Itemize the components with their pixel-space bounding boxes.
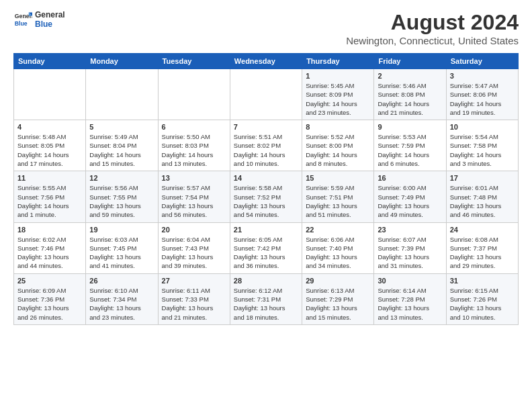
day-number: 3 [450, 72, 515, 80]
col-sunday: Sunday [14, 54, 86, 69]
day-cell-2-4: 15Sunrise: 5:59 AM Sunset: 7:51 PM Dayli… [302, 171, 374, 222]
day-cell-1-6: 10Sunrise: 5:54 AM Sunset: 7:58 PM Dayli… [446, 120, 518, 171]
col-friday: Friday [374, 54, 446, 69]
day-info: Sunrise: 5:51 AM Sunset: 8:02 PM Dayligh… [234, 132, 298, 168]
day-number: 14 [234, 174, 298, 182]
calendar-body: 1Sunrise: 5:45 AM Sunset: 8:09 PM Daylig… [14, 69, 519, 325]
svg-text:Blue: Blue [15, 20, 28, 27]
day-cell-2-2: 13Sunrise: 5:57 AM Sunset: 7:54 PM Dayli… [158, 171, 230, 222]
col-monday: Monday [86, 54, 158, 69]
day-info: Sunrise: 6:04 AM Sunset: 7:43 PM Dayligh… [162, 235, 226, 271]
day-info: Sunrise: 5:50 AM Sunset: 8:03 PM Dayligh… [162, 132, 226, 168]
day-number: 9 [378, 123, 442, 131]
day-cell-3-4: 22Sunrise: 6:06 AM Sunset: 7:40 PM Dayli… [302, 222, 374, 273]
day-cell-1-5: 9Sunrise: 5:53 AM Sunset: 7:59 PM Daylig… [374, 120, 446, 171]
day-cell-0-6: 3Sunrise: 5:47 AM Sunset: 8:06 PM Daylig… [446, 69, 518, 120]
day-cell-4-4: 29Sunrise: 6:13 AM Sunset: 7:29 PM Dayli… [302, 273, 374, 324]
day-cell-2-0: 11Sunrise: 5:55 AM Sunset: 7:56 PM Dayli… [14, 171, 86, 222]
day-cell-4-2: 27Sunrise: 6:11 AM Sunset: 7:33 PM Dayli… [158, 273, 230, 324]
day-info: Sunrise: 6:05 AM Sunset: 7:42 PM Dayligh… [234, 235, 298, 271]
day-cell-1-3: 7Sunrise: 5:51 AM Sunset: 8:02 PM Daylig… [230, 120, 302, 171]
day-info: Sunrise: 6:09 AM Sunset: 7:36 PM Dayligh… [17, 286, 82, 322]
day-number: 16 [378, 174, 442, 182]
week-row-2: 4Sunrise: 5:48 AM Sunset: 8:05 PM Daylig… [14, 120, 519, 171]
page: General Blue General Blue August 2024 Ne… [0, 0, 532, 411]
day-info: Sunrise: 6:11 AM Sunset: 7:33 PM Dayligh… [162, 286, 226, 322]
week-row-3: 11Sunrise: 5:55 AM Sunset: 7:56 PM Dayli… [14, 171, 519, 222]
day-info: Sunrise: 5:54 AM Sunset: 7:58 PM Dayligh… [450, 132, 515, 168]
week-row-5: 25Sunrise: 6:09 AM Sunset: 7:36 PM Dayli… [14, 273, 519, 324]
day-info: Sunrise: 5:56 AM Sunset: 7:55 PM Dayligh… [89, 183, 154, 219]
day-number: 24 [450, 226, 515, 234]
day-cell-4-1: 26Sunrise: 6:10 AM Sunset: 7:34 PM Dayli… [86, 273, 158, 324]
col-saturday: Saturday [446, 54, 518, 69]
day-number: 18 [17, 226, 82, 234]
day-number: 15 [306, 174, 370, 182]
day-cell-3-1: 19Sunrise: 6:03 AM Sunset: 7:45 PM Dayli… [86, 222, 158, 273]
day-cell-4-3: 28Sunrise: 6:12 AM Sunset: 7:31 PM Dayli… [230, 273, 302, 324]
col-wednesday: Wednesday [230, 54, 302, 69]
day-cell-3-6: 24Sunrise: 6:08 AM Sunset: 7:37 PM Dayli… [446, 222, 518, 273]
day-info: Sunrise: 5:57 AM Sunset: 7:54 PM Dayligh… [162, 183, 226, 219]
subtitle: Newington, Connecticut, United States [346, 35, 519, 46]
day-info: Sunrise: 6:00 AM Sunset: 7:49 PM Dayligh… [378, 183, 442, 219]
day-info: Sunrise: 6:10 AM Sunset: 7:34 PM Dayligh… [89, 286, 154, 322]
day-cell-3-0: 18Sunrise: 6:02 AM Sunset: 7:46 PM Dayli… [14, 222, 86, 273]
title-block: August 2024 Newington, Connecticut, Unit… [346, 10, 519, 46]
day-cell-2-5: 16Sunrise: 6:00 AM Sunset: 7:49 PM Dayli… [374, 171, 446, 222]
day-number: 22 [306, 226, 370, 234]
day-cell-0-5: 2Sunrise: 5:46 AM Sunset: 8:08 PM Daylig… [374, 69, 446, 120]
day-number: 17 [450, 174, 515, 182]
day-number: 7 [234, 123, 298, 131]
week-row-4: 18Sunrise: 6:02 AM Sunset: 7:46 PM Dayli… [14, 222, 519, 273]
day-info: Sunrise: 5:47 AM Sunset: 8:06 PM Dayligh… [450, 81, 515, 117]
day-info: Sunrise: 6:12 AM Sunset: 7:31 PM Dayligh… [234, 286, 298, 322]
day-cell-2-1: 12Sunrise: 5:56 AM Sunset: 7:55 PM Dayli… [86, 171, 158, 222]
day-number: 4 [17, 123, 82, 131]
day-cell-1-4: 8Sunrise: 5:52 AM Sunset: 8:00 PM Daylig… [302, 120, 374, 171]
day-cell-4-6: 31Sunrise: 6:15 AM Sunset: 7:26 PM Dayli… [446, 273, 518, 324]
day-info: Sunrise: 5:45 AM Sunset: 8:09 PM Dayligh… [306, 81, 370, 117]
day-cell-2-6: 17Sunrise: 6:01 AM Sunset: 7:48 PM Dayli… [446, 171, 518, 222]
day-number: 8 [306, 123, 370, 131]
day-number: 11 [17, 174, 82, 182]
day-number: 23 [378, 226, 442, 234]
day-info: Sunrise: 5:48 AM Sunset: 8:05 PM Dayligh… [17, 132, 82, 168]
day-cell-3-5: 23Sunrise: 6:07 AM Sunset: 7:39 PM Dayli… [374, 222, 446, 273]
header-row: Sunday Monday Tuesday Wednesday Thursday… [14, 54, 519, 69]
day-cell-0-1 [86, 69, 158, 120]
day-number: 21 [234, 226, 298, 234]
day-info: Sunrise: 6:14 AM Sunset: 7:28 PM Dayligh… [378, 286, 442, 322]
day-info: Sunrise: 5:58 AM Sunset: 7:52 PM Dayligh… [234, 183, 298, 219]
day-cell-1-2: 6Sunrise: 5:50 AM Sunset: 8:03 PM Daylig… [158, 120, 230, 171]
main-title: August 2024 [346, 10, 519, 35]
day-info: Sunrise: 6:15 AM Sunset: 7:26 PM Dayligh… [450, 286, 515, 322]
logo-line2: Blue [35, 19, 65, 29]
day-info: Sunrise: 5:46 AM Sunset: 8:08 PM Dayligh… [378, 81, 442, 117]
day-cell-3-2: 20Sunrise: 6:04 AM Sunset: 7:43 PM Dayli… [158, 222, 230, 273]
day-info: Sunrise: 6:03 AM Sunset: 7:45 PM Dayligh… [89, 235, 154, 271]
day-number: 30 [378, 277, 442, 285]
logo: General Blue General Blue [13, 10, 65, 29]
day-number: 25 [17, 277, 82, 285]
day-number: 26 [89, 277, 154, 285]
day-cell-4-5: 30Sunrise: 6:14 AM Sunset: 7:28 PM Dayli… [374, 273, 446, 324]
day-info: Sunrise: 6:02 AM Sunset: 7:46 PM Dayligh… [17, 235, 82, 271]
day-cell-0-3 [230, 69, 302, 120]
day-number: 27 [162, 277, 226, 285]
day-number: 12 [89, 174, 154, 182]
day-info: Sunrise: 6:06 AM Sunset: 7:40 PM Dayligh… [306, 235, 370, 271]
calendar-table: Sunday Monday Tuesday Wednesday Thursday… [13, 53, 519, 325]
day-cell-3-3: 21Sunrise: 6:05 AM Sunset: 7:42 PM Dayli… [230, 222, 302, 273]
day-info: Sunrise: 6:13 AM Sunset: 7:29 PM Dayligh… [306, 286, 370, 322]
col-thursday: Thursday [302, 54, 374, 69]
week-row-1: 1Sunrise: 5:45 AM Sunset: 8:09 PM Daylig… [14, 69, 519, 120]
day-cell-0-2 [158, 69, 230, 120]
day-info: Sunrise: 5:59 AM Sunset: 7:51 PM Dayligh… [306, 183, 370, 219]
day-number: 5 [89, 123, 154, 131]
logo-icon: General Blue [13, 10, 32, 29]
calendar-header: Sunday Monday Tuesday Wednesday Thursday… [14, 54, 519, 69]
day-number: 6 [162, 123, 226, 131]
day-number: 31 [450, 277, 515, 285]
day-number: 28 [234, 277, 298, 285]
